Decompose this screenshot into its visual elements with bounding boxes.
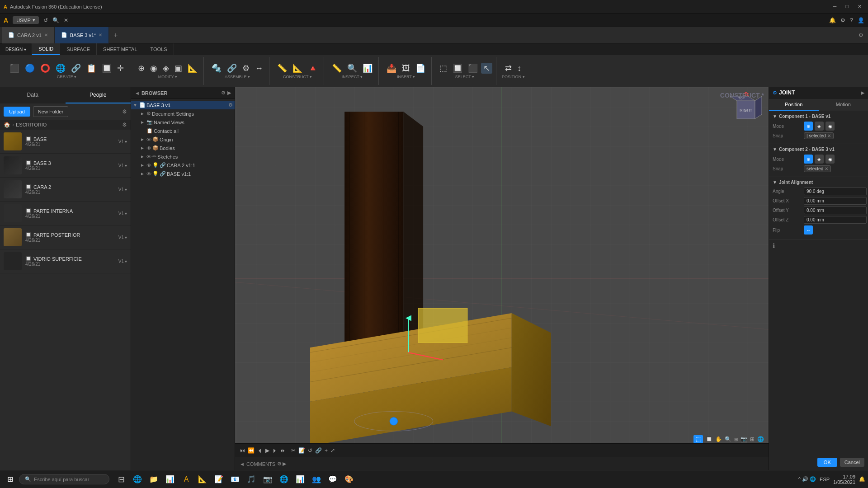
inspect-section-btn[interactable]: 📊	[360, 63, 375, 74]
create-revolve-btn[interactable]: 🔵	[23, 63, 37, 74]
tl-start-btn[interactable]: ⏮	[240, 447, 245, 454]
view-environment-btn[interactable]: 🌐	[757, 436, 764, 442]
browser-tree-root[interactable]: ▼ 📄 BASE 3 v1 ⚙	[131, 101, 235, 109]
taskbar-app-explorer[interactable]: 📁	[146, 472, 161, 487]
create-extrude-btn[interactable]: ⬛	[7, 63, 22, 74]
breadcrumb-settings-icon[interactable]: ⚙	[122, 122, 127, 128]
browser-tree-item-bodies[interactable]: ► 👁 📦 Bodies	[131, 144, 235, 152]
tree-root-settings-icon[interactable]: ⚙	[228, 102, 233, 108]
taskbar-search[interactable]: 🔍 Escribe aquí para buscar	[19, 474, 109, 484]
joint-tab-motion[interactable]: Motion	[819, 99, 868, 111]
search-icon[interactable]: 🔍	[52, 17, 59, 23]
snap-clear-icon[interactable]: ✕	[827, 133, 831, 138]
create-pattern-btn[interactable]: ✛	[115, 63, 126, 74]
list-item[interactable]: 🔲 VIDRIO SUPERFICIE 4/26/21 V1 ▾	[0, 249, 131, 273]
taskbar-app-11[interactable]: 💬	[326, 472, 340, 487]
inspect-measure-btn[interactable]: 📏	[330, 63, 344, 74]
design-dropdown[interactable]: DESIGN ▾	[0, 43, 32, 55]
home-icon[interactable]: 🏠	[4, 122, 10, 128]
position-group-label[interactable]: POSITION ▾	[502, 75, 525, 79]
tl-step-fwd-btn[interactable]: ⏵	[272, 447, 278, 454]
add-tab-button[interactable]: +	[109, 31, 122, 39]
tab-cara2-close[interactable]: ✕	[44, 33, 48, 38]
comments-settings-icon[interactable]: ⚙	[277, 461, 282, 467]
taskbar-app-excel[interactable]: 📊	[163, 472, 177, 487]
tl-cut-btn[interactable]: ✂	[291, 447, 296, 454]
offsetz-input[interactable]	[804, 216, 867, 224]
modify-group-label[interactable]: MODIFY ▾	[136, 75, 200, 79]
insert-group-label[interactable]: INSERT ▾	[384, 75, 428, 79]
modify-shell-btn[interactable]: ▣	[172, 63, 184, 74]
insert-canvas-btn[interactable]: 🖼	[400, 63, 412, 74]
workspace-selector[interactable]: USMP ▾	[13, 16, 39, 24]
view-orbit-btn[interactable]: 🔲	[706, 436, 712, 442]
tl-joint-btn[interactable]: 🔗	[315, 447, 322, 454]
list-item[interactable]: 🔲 PARTE POSTERIOR 4/26/21 V1 ▾	[0, 225, 131, 249]
ribbon-tab-solid[interactable]: SOLID	[32, 43, 60, 55]
assemble-new-btn[interactable]: 🔩	[209, 63, 224, 74]
modify-fillet-btn[interactable]: ◉	[148, 63, 160, 74]
settings-icon[interactable]: ⚙	[840, 17, 845, 23]
ok-button[interactable]: OK	[817, 458, 837, 467]
browser-tree-item-named-views[interactable]: ► 📷 Named Views	[131, 118, 235, 127]
browser-tree-item-cara2[interactable]: ► 👁 💡 🔗 CARA 2 v1:1	[131, 161, 235, 169]
tl-prev-btn[interactable]: ⏪	[248, 447, 255, 454]
start-button[interactable]: ⊞	[3, 472, 17, 487]
create-mirror-btn[interactable]: 🔲	[99, 63, 114, 74]
tab-base3[interactable]: 📄 BASE 3 v1* ✕	[55, 27, 109, 43]
taskbar-app-4[interactable]: 📝	[212, 472, 226, 487]
browser-tree-item-base[interactable]: ► 👁 💡 🔗 BASE v1:1	[131, 169, 235, 178]
tab-bar-settings-icon[interactable]: ⚙	[859, 32, 863, 38]
select-active-btn[interactable]: ↖	[481, 63, 492, 74]
comments-collapse-icon[interactable]: ◄	[240, 461, 245, 467]
inspect-group-label[interactable]: INSPECT ▾	[330, 75, 375, 79]
assemble-rigid-btn[interactable]: ⚙	[240, 63, 252, 74]
modify-draft-btn[interactable]: 📐	[185, 63, 200, 74]
taskbar-app-8[interactable]: 🌐	[277, 472, 291, 487]
mode-btn-2-1[interactable]: ⊕	[804, 155, 813, 164]
joint-component1-title[interactable]: ▼ Component 1 - BASE v1	[773, 114, 864, 119]
taskbar-app-fusion[interactable]: A	[179, 472, 193, 487]
view-cube[interactable]: RIGHT TOP Z	[728, 92, 764, 128]
offsety-input[interactable]	[804, 206, 867, 214]
position-capture-btn[interactable]: ⇄	[503, 63, 514, 74]
refresh-icon[interactable]: ↺	[43, 17, 48, 23]
create-webbing-btn[interactable]: 📋	[84, 63, 99, 74]
tl-edit-btn[interactable]: 📝	[298, 447, 305, 454]
list-item[interactable]: 🔲 PARTE INTERNA 4/26/21 V1 ▾	[0, 202, 131, 225]
list-item[interactable]: 🔲 BASE 3 4/26/21 V1 ▾	[0, 154, 131, 178]
assemble-motion-btn[interactable]: ↔	[253, 63, 265, 74]
version-badge[interactable]: V1 ▾	[118, 259, 127, 264]
joint-collapse-icon[interactable]: ▶	[861, 90, 864, 96]
taskbar-app-chrome[interactable]: 🌐	[130, 472, 145, 487]
tab-base3-close[interactable]: ✕	[99, 33, 102, 38]
version-badge[interactable]: V1 ▾	[118, 187, 127, 192]
list-item[interactable]: 🔲 BASE 4/26/21 V1 ▾	[0, 130, 131, 154]
select-group-label[interactable]: SELECT ▾	[437, 75, 492, 79]
mode-btn-2-3[interactable]: ◉	[826, 155, 835, 164]
taskbar-app-12[interactable]: 🎨	[342, 472, 356, 487]
view-display-btn[interactable]: 📷	[741, 436, 747, 442]
snap-tag-1[interactable]: | selected ✕	[804, 132, 834, 139]
construct-axis-btn[interactable]: 🔺	[306, 63, 320, 74]
snap-clear-icon-2[interactable]: ✕	[825, 166, 828, 171]
tl-play-btn[interactable]: ▶	[265, 447, 269, 454]
new-folder-button[interactable]: New Folder	[33, 106, 68, 117]
angle-input[interactable]	[804, 188, 867, 195]
tl-end-btn[interactable]: ⏭	[280, 447, 286, 454]
mode-btn-2-2[interactable]: ◈	[815, 155, 824, 164]
upload-button[interactable]: Upload	[4, 107, 30, 117]
browser-tree-item-origin[interactable]: ► 👁 📦 Origin	[131, 135, 235, 144]
browser-settings-icon[interactable]: ⚙	[221, 90, 226, 96]
create-sweep-btn[interactable]: ⭕	[38, 63, 52, 74]
ribbon-tab-surface[interactable]: SURFACE	[60, 43, 97, 55]
modify-press-btn[interactable]: ⊕	[136, 63, 147, 74]
assemble-joint-btn[interactable]: 🔗	[225, 63, 239, 74]
browser-tree-item-document-settings[interactable]: ► ⚙ Document Settings	[131, 109, 235, 118]
joint-alignment-title[interactable]: ▼ Joint Alignment	[773, 180, 864, 185]
close-icon[interactable]: ✕	[64, 17, 68, 23]
assemble-group-label[interactable]: ASSEMBLE ▾	[209, 75, 265, 79]
notifications-icon[interactable]: 🔔	[829, 17, 836, 23]
mode-btn-3[interactable]: ◉	[826, 122, 835, 131]
construct-offset-btn[interactable]: 📏	[275, 63, 289, 74]
